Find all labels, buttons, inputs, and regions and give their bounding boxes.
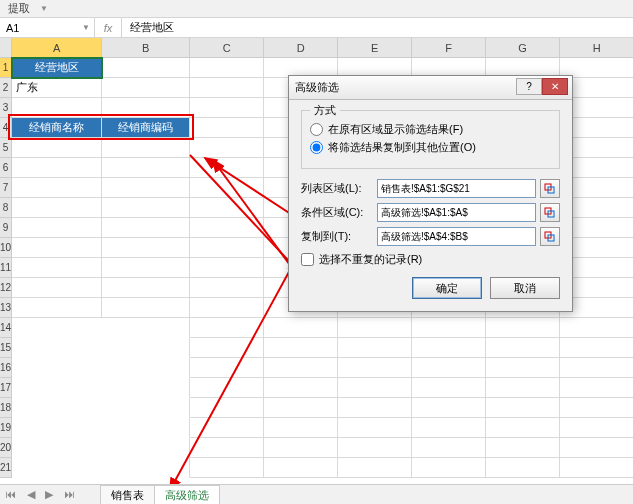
cell-C12[interactable]	[190, 278, 264, 298]
cell-C10[interactable]	[190, 238, 264, 258]
cell-A18[interactable]	[12, 398, 102, 418]
cell-B9[interactable]	[102, 218, 190, 238]
row-header-1[interactable]: 1	[0, 58, 12, 78]
cell-A12[interactable]	[12, 278, 102, 298]
cell-A8[interactable]	[12, 198, 102, 218]
cell-F19[interactable]	[412, 418, 486, 438]
row-header-16[interactable]: 16	[0, 358, 12, 378]
cell-E17[interactable]	[338, 378, 412, 398]
cell-A21[interactable]	[12, 458, 102, 478]
cell-B3[interactable]	[102, 98, 190, 118]
cell-G19[interactable]	[486, 418, 560, 438]
cell-B2[interactable]	[102, 78, 190, 98]
cell-A6[interactable]	[12, 158, 102, 178]
cell-A16[interactable]	[12, 358, 102, 378]
row-header-4[interactable]: 4	[0, 118, 12, 138]
cell-B8[interactable]	[102, 198, 190, 218]
col-header-H[interactable]: H	[560, 38, 633, 58]
cell-B14[interactable]	[102, 318, 190, 338]
cell-B13[interactable]	[102, 298, 190, 318]
cell-B6[interactable]	[102, 158, 190, 178]
cell-C18[interactable]	[190, 398, 264, 418]
cell-D15[interactable]	[264, 338, 338, 358]
name-box[interactable]: A1 ▼	[0, 18, 95, 37]
list-range-input[interactable]	[377, 179, 536, 198]
tab-nav[interactable]: ⏮ ◀ ▶ ⏭	[0, 488, 80, 501]
cell-G15[interactable]	[486, 338, 560, 358]
copy-to-input[interactable]	[377, 227, 536, 246]
cell-D21[interactable]	[264, 458, 338, 478]
row-header-13[interactable]: 13	[0, 298, 12, 318]
cell-C6[interactable]	[190, 158, 264, 178]
col-header-C[interactable]: C	[190, 38, 264, 58]
cell-C13[interactable]	[190, 298, 264, 318]
fx-icon[interactable]: fx	[101, 22, 115, 34]
row-header-17[interactable]: 17	[0, 378, 12, 398]
cell-A17[interactable]	[12, 378, 102, 398]
cell-F16[interactable]	[412, 358, 486, 378]
cell-A9[interactable]	[12, 218, 102, 238]
nav-first-icon[interactable]: ⏮	[5, 488, 16, 501]
cancel-button[interactable]: 取消	[490, 277, 560, 299]
cell-B16[interactable]	[102, 358, 190, 378]
cell-F18[interactable]	[412, 398, 486, 418]
name-box-dropdown-icon[interactable]: ▼	[82, 23, 90, 32]
cell-C8[interactable]	[190, 198, 264, 218]
cell-C16[interactable]	[190, 358, 264, 378]
close-icon[interactable]: ✕	[542, 78, 568, 95]
cell-B17[interactable]	[102, 378, 190, 398]
row-header-8[interactable]: 8	[0, 198, 12, 218]
row-header-3[interactable]: 3	[0, 98, 12, 118]
cell-A2[interactable]: 广东	[12, 78, 102, 98]
nav-last-icon[interactable]: ⏭	[64, 488, 75, 501]
cell-G20[interactable]	[486, 438, 560, 458]
cell-D20[interactable]	[264, 438, 338, 458]
cell-A1[interactable]: 经营地区	[12, 58, 102, 78]
cell-C1[interactable]	[190, 58, 264, 78]
ribbon-label[interactable]: 提取	[0, 1, 38, 16]
cell-B4[interactable]: 经销商编码	[102, 118, 190, 138]
cell-H19[interactable]	[560, 418, 633, 438]
cell-A5[interactable]	[12, 138, 102, 158]
criteria-range-ref-button[interactable]	[540, 203, 560, 222]
list-range-ref-button[interactable]	[540, 179, 560, 198]
cell-E18[interactable]	[338, 398, 412, 418]
cell-H18[interactable]	[560, 398, 633, 418]
cell-C21[interactable]	[190, 458, 264, 478]
cell-B7[interactable]	[102, 178, 190, 198]
cell-C14[interactable]	[190, 318, 264, 338]
cell-H21[interactable]	[560, 458, 633, 478]
cell-A13[interactable]	[12, 298, 102, 318]
cell-C3[interactable]	[190, 98, 264, 118]
criteria-range-input[interactable]	[377, 203, 536, 222]
cell-G21[interactable]	[486, 458, 560, 478]
cell-B18[interactable]	[102, 398, 190, 418]
copy-to-ref-button[interactable]	[540, 227, 560, 246]
cell-B5[interactable]	[102, 138, 190, 158]
cell-E16[interactable]	[338, 358, 412, 378]
dialog-titlebar[interactable]: 高级筛选 ? ✕	[289, 76, 572, 100]
cell-F14[interactable]	[412, 318, 486, 338]
cell-D19[interactable]	[264, 418, 338, 438]
row-header-18[interactable]: 18	[0, 398, 12, 418]
cell-B21[interactable]	[102, 458, 190, 478]
cell-B1[interactable]	[102, 58, 190, 78]
cell-D17[interactable]	[264, 378, 338, 398]
cell-F21[interactable]	[412, 458, 486, 478]
row-header-7[interactable]: 7	[0, 178, 12, 198]
col-header-B[interactable]: B	[102, 38, 190, 58]
sheet-tab-sales[interactable]: 销售表	[100, 485, 155, 505]
unique-records-checkbox[interactable]	[301, 253, 314, 266]
cell-C20[interactable]	[190, 438, 264, 458]
cell-D18[interactable]	[264, 398, 338, 418]
cell-G16[interactable]	[486, 358, 560, 378]
select-all-corner[interactable]	[0, 38, 12, 58]
cell-C9[interactable]	[190, 218, 264, 238]
cell-C11[interactable]	[190, 258, 264, 278]
cell-A10[interactable]	[12, 238, 102, 258]
cell-E15[interactable]	[338, 338, 412, 358]
cell-G17[interactable]	[486, 378, 560, 398]
nav-next-icon[interactable]: ▶	[45, 488, 53, 501]
row-header-11[interactable]: 11	[0, 258, 12, 278]
cell-A4[interactable]: 经销商名称	[12, 118, 102, 138]
